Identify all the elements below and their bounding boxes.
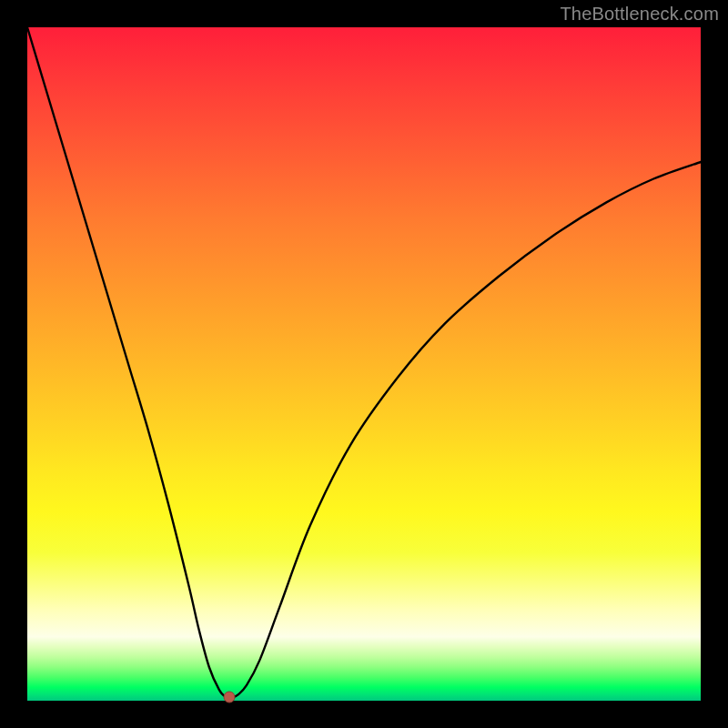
watermark-text: TheBottleneck.com [560, 4, 719, 25]
minimum-marker-dot [224, 692, 235, 703]
plot-area [27, 27, 701, 701]
curve-svg [27, 27, 701, 701]
bottleneck-curve [27, 27, 701, 698]
chart-frame: TheBottleneck.com [0, 0, 728, 728]
